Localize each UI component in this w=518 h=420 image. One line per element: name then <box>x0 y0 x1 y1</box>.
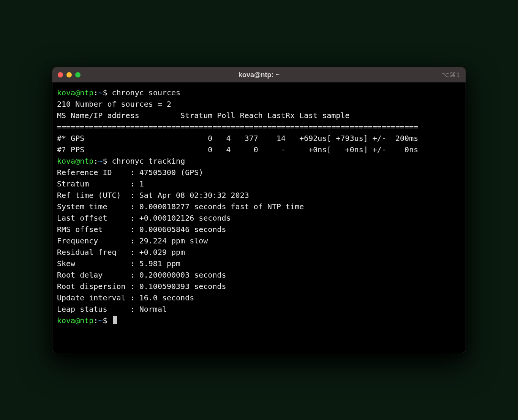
traffic-lights <box>58 72 81 77</box>
prompt-dollar: $ <box>103 316 107 325</box>
maximize-icon[interactable] <box>75 72 81 77</box>
prompt-sep: : <box>93 316 98 325</box>
prompt-path: ~ <box>98 156 103 166</box>
prompt-line-1: kova@ntp:~$ chronyc sources <box>57 87 461 98</box>
sources-summary: 210 Number of sources = 2 <box>57 98 461 110</box>
tracking-line: Frequency : 29.224 ppm slow <box>57 235 461 246</box>
command-text: chronyc sources <box>112 88 181 97</box>
terminal-body[interactable]: kova@ntp:~$ chronyc sources 210 Number o… <box>52 82 466 353</box>
tracking-line: Root dispersion : 0.100590393 seconds <box>57 281 461 292</box>
tracking-line: Skew : 5.981 ppm <box>57 258 461 269</box>
prompt-user: kova@ntp <box>57 156 93 166</box>
prompt-dollar: $ <box>103 88 107 97</box>
tracking-line: Reference ID : 47505300 (GPS) <box>57 167 461 178</box>
prompt-sep: : <box>93 88 98 97</box>
command-text: chronyc tracking <box>112 156 185 166</box>
tracking-line: Leap status : Normal <box>57 303 461 315</box>
tracking-line: Last offset : +0.000102126 seconds <box>57 212 461 224</box>
prompt-path: ~ <box>98 316 103 325</box>
terminal-window: kova@ntp: ~ ⌥⌘1 kova@ntp:~$ chronyc sour… <box>52 67 466 353</box>
prompt-user: kova@ntp <box>57 88 93 97</box>
tracking-line: Update interval : 16.0 seconds <box>57 292 461 303</box>
prompt-user: kova@ntp <box>57 316 93 325</box>
minimize-icon[interactable] <box>66 72 72 77</box>
close-icon[interactable] <box>58 72 63 77</box>
sources-row: #* GPS 0 4 377 14 +692us[ +793us] +/- 20… <box>57 133 461 144</box>
prompt-path: ~ <box>98 88 103 97</box>
prompt-sep: : <box>93 156 98 166</box>
tracking-line: Stratum : 1 <box>57 178 461 189</box>
tracking-line: Root delay : 0.200000003 seconds <box>57 269 461 281</box>
sources-row: #? PPS 0 4 0 - +0ns[ +0ns] +/- 0ns <box>57 144 461 155</box>
window-shortcut: ⌥⌘1 <box>442 71 460 79</box>
tracking-line: Ref time (UTC) : Sat Apr 08 02:30:32 202… <box>57 189 461 201</box>
tracking-line: RMS offset : 0.000605846 seconds <box>57 224 461 235</box>
prompt-line-2: kova@ntp:~$ chronyc tracking <box>57 155 461 167</box>
cursor-icon <box>113 316 117 324</box>
sources-header: MS Name/IP address Stratum Poll Reach La… <box>57 110 461 121</box>
sources-divider: ========================================… <box>57 121 461 133</box>
window-title: kova@ntp: ~ <box>52 71 466 79</box>
prompt-line-3[interactable]: kova@ntp:~$ <box>57 315 461 326</box>
titlebar[interactable]: kova@ntp: ~ ⌥⌘1 <box>52 67 466 82</box>
prompt-dollar: $ <box>103 156 107 166</box>
tracking-line: System time : 0.000018277 seconds fast o… <box>57 201 461 212</box>
tracking-line: Residual freq : +0.029 ppm <box>57 246 461 258</box>
